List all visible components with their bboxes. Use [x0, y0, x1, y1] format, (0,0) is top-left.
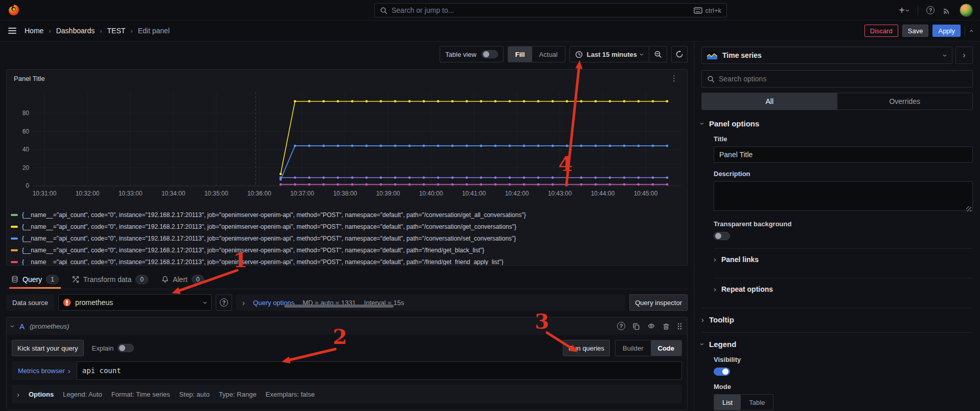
refresh-button[interactable] [671, 46, 688, 62]
kick-start-query-button[interactable]: Kick start your query [12, 340, 84, 356]
discard-button[interactable]: Discard [864, 25, 898, 37]
chevron-right-icon: › [714, 285, 716, 293]
visualization-picker[interactable]: Time series › [701, 47, 952, 64]
save-button[interactable]: Save [902, 25, 929, 37]
table-view-toggle[interactable] [482, 50, 498, 58]
toggle-visibility-icon[interactable] [647, 322, 655, 330]
datasource-value: prometheus [75, 298, 113, 307]
mode-table-option[interactable]: Table [741, 395, 773, 410]
delete-query-icon[interactable] [663, 322, 670, 330]
panel-options-section[interactable]: › Panel options [701, 119, 973, 128]
transform-icon [72, 276, 79, 283]
chevron-down-icon: › [639, 53, 646, 56]
metrics-browser-link[interactable]: Metrics browser › [12, 361, 77, 380]
chevron-down-icon: › [942, 54, 949, 57]
fill-actual-switch: Fill Actual [508, 46, 565, 62]
query-row-header[interactable]: › A (prometheus) ? [7, 317, 687, 335]
transparent-background-toggle[interactable] [714, 232, 730, 240]
chevron-down-icon: › [202, 301, 210, 304]
horizontal-scrollbar[interactable] [284, 305, 394, 308]
breadcrumb-separator: › [130, 27, 132, 35]
news-rss-icon[interactable] [943, 6, 951, 15]
legend-section[interactable]: › Legend [701, 332, 973, 349]
panel-editor: Query 1 Transform data 0 A [6, 270, 688, 410]
tab-query[interactable]: Query 1 [6, 270, 64, 289]
breadcrumb-dashboard-name[interactable]: TEST [107, 27, 126, 35]
chevron-down-icon: › [904, 9, 912, 12]
x-axis-tick-label: 10:34:00 [162, 190, 186, 197]
run-queries-button[interactable]: Run queries [563, 340, 610, 356]
collapse-query-icon[interactable]: › [9, 325, 17, 328]
search-input[interactable] [392, 6, 690, 14]
clock-icon [575, 51, 583, 58]
query-inspector-button[interactable]: Query inspector [629, 294, 688, 311]
actual-option[interactable]: Actual [532, 47, 565, 62]
legend-item[interactable]: {__name__="api_count", code="0", instanc… [11, 244, 683, 256]
panel-header[interactable]: Panel Title ⋮ [11, 70, 683, 87]
x-axis-tick-label: 10:39:00 [376, 190, 400, 197]
x-axis-tick-label: 10:43:00 [548, 190, 572, 197]
legend-item[interactable]: {__name__="api_count", code="0", instanc… [11, 209, 683, 221]
query-editor-body: Kick start your query Explain Run querie… [7, 335, 687, 409]
tab-overrides[interactable]: Overrides [837, 93, 973, 110]
options-search-input[interactable] [719, 75, 967, 83]
panel-title-input[interactable] [714, 146, 973, 163]
panel-links-section[interactable]: › Panel links [714, 248, 973, 270]
breadcrumb-dashboards[interactable]: Dashboards [56, 27, 95, 35]
x-axis-tick-label: 10:37:00 [290, 190, 314, 197]
promql-expression-input[interactable] [77, 361, 682, 380]
options-label: Options [29, 391, 54, 398]
repeat-options-section[interactable]: › Repeat options [714, 278, 973, 299]
legend-item[interactable]: {__name__="api_count", code="0", instanc… [11, 232, 683, 244]
menu-toggle-icon[interactable] [8, 28, 16, 34]
duplicate-query-icon[interactable] [632, 322, 640, 330]
option-type: Type: Range [219, 391, 257, 398]
query-options-footer[interactable]: › Options Legend: Auto Format: Time seri… [12, 385, 682, 403]
legend-series-color [11, 249, 18, 251]
datasource-label: Data source [6, 294, 54, 311]
drag-handle-icon[interactable] [677, 322, 682, 330]
mode-label: Mode [714, 383, 973, 391]
tab-alert[interactable]: Alert 0 [156, 270, 209, 289]
zoom-out-time-button[interactable] [649, 47, 667, 62]
chevron-right-icon: › [68, 367, 71, 375]
x-axis-tick-label: 10:42:00 [505, 190, 529, 197]
builder-option[interactable]: Builder [616, 340, 650, 356]
legend-item[interactable]: {__name__="api_count", code="0", instanc… [11, 221, 683, 232]
x-axis-tick-label: 10:44:00 [591, 190, 615, 197]
help-icon[interactable]: ? [926, 6, 935, 14]
legend-visibility-toggle[interactable] [714, 367, 730, 376]
prometheus-icon [63, 298, 71, 307]
tab-transform-data[interactable]: Transform data 0 [67, 270, 153, 289]
datasource-help-button[interactable]: ? [216, 294, 232, 311]
tab-all[interactable]: All [702, 93, 837, 110]
time-range-picker[interactable]: Last 15 minutes › [570, 47, 649, 62]
description-textarea[interactable] [714, 181, 973, 211]
grafana-logo-icon[interactable] [7, 3, 21, 17]
code-option[interactable]: Code [651, 340, 682, 356]
apply-button[interactable]: Apply [932, 25, 961, 37]
mode-list-option[interactable]: List [714, 395, 741, 410]
options-search[interactable] [701, 70, 973, 88]
time-series-chart[interactable]: 10:31:0010:32:0010:33:0010:34:0010:35:00… [11, 87, 683, 206]
open-viz-suggestions-button[interactable]: › [955, 47, 973, 64]
explain-toggle[interactable] [118, 344, 134, 352]
workspace: Table view Fill Actual Last 15 minutes › [0, 41, 980, 410]
query-help-icon[interactable]: ? [617, 322, 625, 330]
divider [965, 26, 965, 36]
x-axis-tick-label: 10:31:00 [33, 190, 57, 197]
options-scope-tabs: All Overrides [701, 93, 973, 110]
legend-mode-switch: List Table [714, 394, 773, 410]
panel-menu-icon[interactable]: ⋮ [668, 74, 680, 83]
legend-item[interactable]: {__name__="api_count", code="0", instanc… [11, 256, 683, 266]
global-search[interactable]: ctrl+k [374, 3, 727, 17]
user-avatar[interactable] [960, 4, 973, 17]
query-options-bar[interactable]: › Query options MD = auto = 1331 Interva… [236, 294, 625, 311]
datasource-picker[interactable]: prometheus › [58, 294, 212, 311]
collapse-options-pane-icon[interactable]: › [967, 30, 974, 32]
breadcrumb-home[interactable]: Home [25, 27, 43, 35]
tooltip-section[interactable]: › Tooltip [701, 308, 973, 324]
top-nav-actions: + › ? [899, 0, 973, 20]
fill-option[interactable]: Fill [508, 47, 532, 62]
add-menu-button[interactable]: + › [899, 5, 909, 15]
